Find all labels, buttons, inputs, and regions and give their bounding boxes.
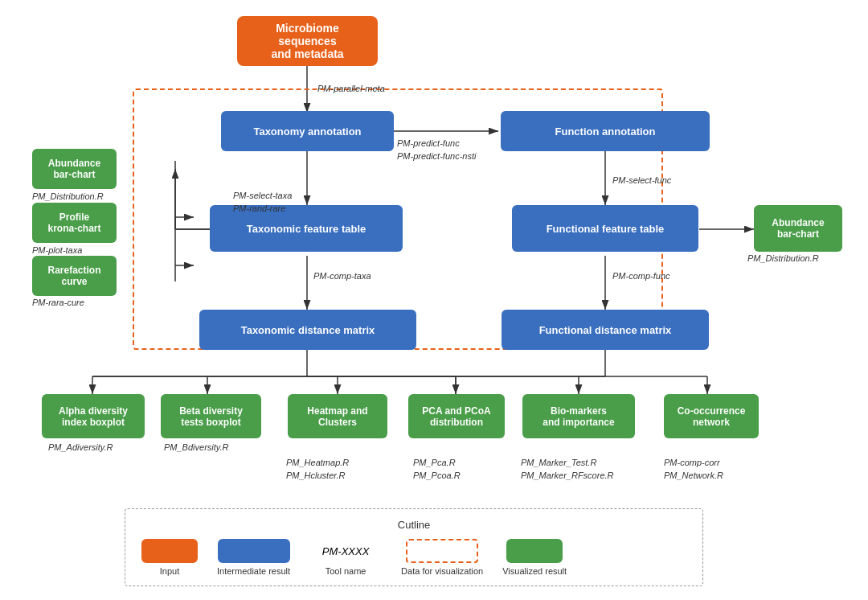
legend-swatch-orange — [141, 539, 198, 563]
legend-item-intermediate: Intermediate result — [217, 539, 290, 576]
legend-item-input: Input — [141, 539, 198, 576]
legend-item-toolname: PM-XXXX Tool name — [309, 539, 382, 576]
pm-comp-taxa-label: PM-comp-taxa — [313, 271, 371, 281]
pm-parallel-meta-label: PM-parallel-meta — [317, 84, 385, 93]
legend-items: Input Intermediate result PM-XXXX Tool n… — [141, 539, 686, 576]
legend-item-data-vis: Data for visualization — [401, 539, 483, 576]
legend-label-intermediate: Intermediate result — [217, 566, 290, 576]
legend-label-input: Input — [160, 566, 179, 576]
pm-pca-label: PM_Pca.R PM_Pcoa.R — [413, 442, 461, 483]
pm-distribution-right-label: PM_Distribution.R — [747, 253, 819, 263]
microbiome-input-node: Microbiome sequences and metadata — [237, 16, 378, 66]
legend-label-toolname: Tool name — [326, 566, 366, 576]
legend-swatch-blue — [218, 539, 290, 563]
legend-title: Cutline — [141, 519, 686, 531]
bio-markers-node: Bio-markers and importance — [522, 394, 635, 438]
legend-swatch-green — [506, 539, 563, 563]
pm-bdiversity-label: PM_Bdiversity.R — [164, 442, 228, 452]
taxonomy-annotation-node: Taxonomy annotation — [221, 111, 394, 151]
pm-comp-func-label: PM-comp-func — [612, 271, 670, 281]
taxonomic-distance-matrix-node: Taxonomic distance matrix — [199, 310, 416, 350]
legend-box: Cutline Input Intermediate result PM-XXX… — [125, 508, 703, 586]
rarefaction-curve-node: Rarefaction curve — [32, 256, 117, 296]
functional-distance-matrix-node: Functional distance matrix — [502, 310, 709, 350]
pm-rara-cure-label: PM-rara-cure — [32, 298, 84, 307]
pm-adiversity-label: PM_Adiversity.R — [48, 442, 113, 452]
pca-pcoa-node: PCA and PCoA distribution — [408, 394, 505, 438]
pm-select-func-label: PM-select-func — [612, 175, 671, 185]
pm-distribution-left-label: PM_Distribution.R — [32, 191, 104, 201]
pm-marker-label: PM_Marker_Test.R PM_Marker_RFscore.R — [521, 442, 614, 483]
beta-diversity-node: Beta diversity tests boxplot — [161, 394, 261, 438]
heatmap-clusters-node: Heatmap and Clusters — [288, 394, 387, 438]
legend-label-data-vis: Data for visualization — [401, 566, 483, 576]
alpha-diversity-node: Alpha diversity index boxplot — [42, 394, 145, 438]
legend-tool-text: PM-XXXX — [309, 539, 382, 563]
legend-item-visualized: Visualized result — [502, 539, 567, 576]
functional-feature-table-node: Functional feature table — [512, 205, 698, 252]
abundance-bar-chart-left-node: Abundance bar-chart — [32, 149, 117, 189]
pm-select-taxa-label: PM-select-taxa PM-rand-rare — [233, 175, 292, 216]
legend-swatch-dashed — [406, 539, 478, 563]
pm-plot-taxa-label: PM-plot-taxa — [32, 245, 82, 255]
diagram-container: Microbiome sequences and metadata Taxono… — [0, 0, 868, 600]
co-occurrence-node: Co-occurrence network — [664, 394, 759, 438]
pm-heatmap-label: PM_Heatmap.R PM_Hcluster.R — [286, 442, 349, 483]
pm-predict-func-label: PM-predict-func PM-predict-func-nsti — [397, 123, 476, 163]
abundance-bar-chart-right-node: Abundance bar-chart — [754, 205, 842, 252]
function-annotation-node: Function annotation — [501, 111, 710, 151]
legend-label-visualized: Visualized result — [502, 566, 567, 576]
profile-krona-chart-node: Profile krona-chart — [32, 203, 117, 243]
pm-comp-corr-label: PM-comp-corr PM_Network.R — [664, 442, 723, 483]
